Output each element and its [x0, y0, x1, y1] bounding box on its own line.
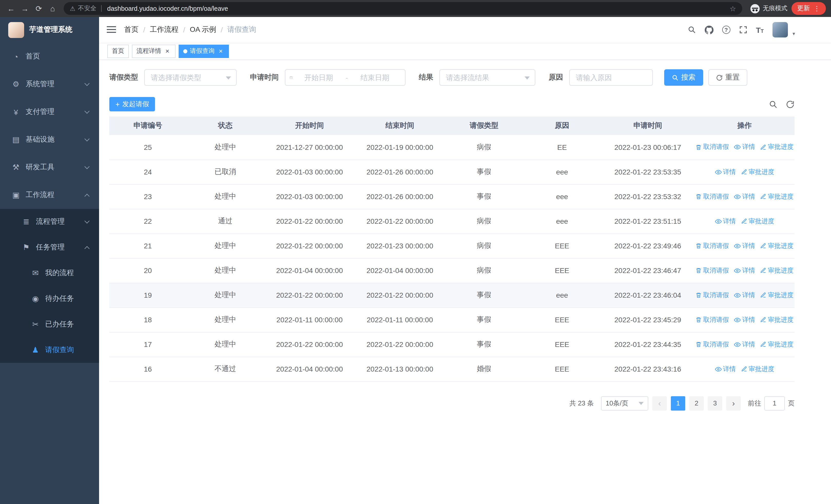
hamburger-icon[interactable] [107, 26, 116, 33]
chevron-up-icon [84, 246, 90, 251]
prev-page-button[interactable]: ‹ [652, 396, 667, 410]
progress-action-link[interactable]: 审批进度 [760, 192, 794, 201]
cancel-action-link[interactable]: 取消请假 [695, 316, 729, 324]
cancel-action-link[interactable]: 取消请假 [695, 192, 729, 201]
detail-action-link[interactable]: 详情 [715, 365, 736, 374]
progress-action-label: 审批进度 [768, 291, 794, 299]
leave-type-select[interactable] [144, 69, 237, 86]
sidebar-item[interactable]: ♟请假查询 [0, 337, 99, 363]
sidebar-item[interactable]: ✉我的流程 [0, 260, 99, 286]
cell-actions: 取消请假详情审批进度 [694, 184, 795, 209]
progress-action-link[interactable]: 审批进度 [760, 340, 794, 349]
page-2-button[interactable]: 2 [689, 396, 704, 410]
detail-action-link[interactable]: 详情 [734, 316, 755, 324]
cell-end: 2022-01-26 00:00:00 [355, 184, 445, 209]
cancel-action-link[interactable]: 取消请假 [695, 266, 729, 275]
progress-action-link[interactable]: 审批进度 [760, 266, 794, 275]
close-icon[interactable]: × [164, 48, 171, 55]
detail-action-link[interactable]: 详情 [734, 291, 755, 299]
breadcrumb-item[interactable]: OA 示例 [190, 25, 216, 34]
workflow-icon: ▣ [10, 190, 22, 200]
sidebar-item[interactable]: ✂已办任务 [0, 312, 99, 337]
page-3-button[interactable]: 3 [708, 396, 722, 410]
pagination: 共 23 条 10条/页 ‹ 123 › 前往 页 [109, 396, 795, 410]
progress-action-link[interactable]: 审批进度 [760, 241, 794, 250]
table-row: 21处理中2022-01-22 00:00:002022-01-23 00:00… [109, 234, 795, 258]
cell-apply_time: 2022-01-22 23:53:32 [601, 184, 694, 209]
progress-action-link[interactable]: 审批进度 [741, 217, 774, 226]
sidebar-item[interactable]: ≣流程管理 [0, 209, 99, 235]
task-icon: ⚑ [21, 243, 32, 252]
browser-menu-icon[interactable]: ⋮ [813, 5, 820, 12]
detail-action-link[interactable]: 详情 [734, 143, 755, 152]
github-icon[interactable] [705, 25, 713, 34]
total-count-label: 共 23 条 [570, 398, 594, 408]
detail-action-link[interactable]: 详情 [734, 266, 755, 275]
end-date-input[interactable] [349, 73, 401, 82]
create-leave-button[interactable]: + 发起请假 [109, 97, 155, 111]
close-icon[interactable]: × [217, 48, 224, 55]
cancel-action-link[interactable]: 取消请假 [695, 340, 729, 349]
start-date-input[interactable] [293, 73, 345, 82]
leave-type-select-input[interactable] [145, 73, 236, 82]
sidebar-item[interactable]: ⚒研发工具 [0, 153, 99, 181]
browser-home-icon[interactable]: ⌂ [46, 2, 60, 16]
browser-forward-icon[interactable]: → [18, 2, 32, 16]
page-1-button[interactable]: 1 [671, 396, 685, 410]
detail-action-link[interactable]: 详情 [734, 192, 755, 201]
sidebar-item[interactable]: ▣工作流程 [0, 181, 99, 209]
next-page-button[interactable]: › [726, 396, 741, 410]
browser-update-button[interactable]: 更新 ⋮ [792, 2, 826, 15]
font-size-icon[interactable]: TT [756, 26, 764, 34]
address-bar[interactable]: ⚠ 不安全 dashboard.yudao.iocoder.cn/bpm/oa/… [64, 2, 742, 15]
detail-action-link[interactable]: 详情 [734, 340, 755, 349]
search-icon[interactable] [688, 26, 696, 34]
refresh-table-icon[interactable] [786, 100, 795, 109]
toggle-search-icon[interactable] [769, 100, 778, 109]
browser-reload-icon[interactable]: ⟳ [32, 2, 46, 16]
bookmark-star-icon[interactable]: ☆ [729, 4, 736, 12]
goto-page-input[interactable] [764, 396, 785, 410]
detail-action-link[interactable]: 详情 [715, 217, 736, 226]
reset-button[interactable]: 重置 [708, 69, 747, 86]
detail-action-link[interactable]: 详情 [734, 241, 755, 250]
sidebar-item[interactable]: ¥支付管理 [0, 98, 99, 126]
cancel-action-link[interactable]: 取消请假 [695, 241, 729, 250]
avatar-caret-icon[interactable]: ▾ [793, 31, 795, 36]
cancel-action-link[interactable]: 取消请假 [695, 143, 729, 152]
cell-end: 2022-01-22 00:00:00 [355, 332, 445, 357]
sidebar-item[interactable]: ◉待办任务 [0, 286, 99, 312]
done-icon: ✂ [30, 320, 41, 329]
avatar[interactable] [773, 22, 788, 37]
top-navbar: 首页/工作流程/OA 示例/请假查询 ? TT ▾ [99, 17, 831, 42]
result-select[interactable] [439, 69, 535, 86]
progress-action-link[interactable]: 审批进度 [760, 291, 794, 299]
detail-action-link[interactable]: 详情 [715, 168, 736, 176]
fullscreen-icon[interactable] [739, 26, 747, 34]
search-button[interactable]: 搜索 [664, 69, 703, 86]
page-size-select[interactable]: 10条/页 [601, 396, 648, 410]
tab-1[interactable]: 流程详情× [132, 45, 175, 58]
cancel-action-link[interactable]: 取消请假 [695, 291, 729, 299]
browser-back-icon[interactable]: ← [4, 2, 18, 16]
help-icon[interactable]: ? [722, 26, 730, 34]
breadcrumb-item[interactable]: 工作流程 [150, 25, 179, 34]
progress-action-link[interactable]: 审批进度 [760, 143, 794, 152]
progress-action-link[interactable]: 审批进度 [760, 316, 794, 324]
sidebar-item[interactable]: ▤基础设施 [0, 126, 99, 153]
progress-action-link[interactable]: 审批进度 [741, 365, 774, 374]
date-range-picker[interactable]: - [285, 69, 405, 86]
cell-actions: 详情审批进度 [694, 159, 795, 184]
sidebar-item[interactable]: ⚙系统管理 [0, 70, 99, 98]
sidebar-item[interactable]: ◔首页 [0, 42, 99, 70]
progress-action-label: 审批进度 [768, 192, 794, 201]
reason-input[interactable] [570, 73, 652, 82]
cell-apply_time: 2022-01-23 00:06:17 [601, 135, 694, 159]
tab-active[interactable]: 请假查询× [179, 45, 229, 58]
sidebar-item[interactable]: ⚑任务管理 [0, 235, 99, 260]
column-header: 原因 [523, 117, 601, 135]
result-select-input[interactable] [440, 73, 535, 82]
tab-0[interactable]: 首页 [107, 45, 129, 58]
progress-action-link[interactable]: 审批进度 [741, 168, 774, 176]
breadcrumb-item[interactable]: 首页 [124, 25, 139, 34]
